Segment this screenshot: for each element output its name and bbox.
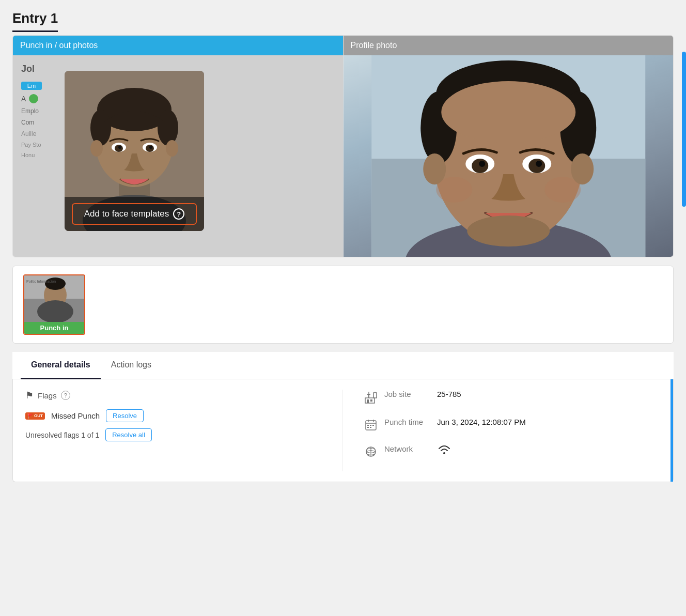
missed-punch-row: 🚩 OUT Missed Punch Resolve [25,409,322,422]
svg-point-28 [479,161,485,167]
resolve-all-button[interactable]: Resolve all [105,428,152,441]
add-face-templates-button[interactable]: Add to face templates ? [72,203,197,225]
unresolved-text: Unresolved flags 1 of 1 [25,431,99,439]
punch-header: Punch in / out photos [13,36,343,55]
details-section: ⚑ Flags ? 🚩 OUT Missed Punch Resolve Unr… [12,379,674,482]
svg-point-60 [443,452,445,454]
svg-point-39 [37,300,73,322]
page-container: Entry 1 Punch in / out photos Jol Em A E… [0,0,686,492]
punch-thumbnail: Politic Informacion Punch in [23,274,85,335]
unresolved-row: Unresolved flags 1 of 1 Resolve all [25,428,322,441]
profile-photo-section: Profile photo [343,36,674,257]
flag-red-icon: 🚩 [27,413,33,419]
network-label: Network [384,444,431,453]
svg-point-34 [467,215,550,247]
detail-right: Job site 25-785 [343,390,661,471]
add-face-help-icon: ? [173,208,184,220]
wifi-icon [437,444,451,456]
punch-time-label: Punch time [384,418,431,426]
punch-time-row: Punch time Jun 3, 2024, 12:08:07 PM [364,418,661,434]
svg-rect-43 [370,399,372,402]
svg-rect-57 [370,427,371,428]
thumb-img-container: Politic Informacion Punch in [23,274,85,335]
page-title: Entry 1 [12,10,58,32]
scroll-indicator [682,52,686,207]
add-face-btn-overlay: Add to face templates ? [65,197,204,231]
profile-header: Profile photo [344,36,674,55]
punch-time-value: Jun 3, 2024, 12:08:07 PM [437,418,526,426]
jobsite-icon [364,390,378,407]
face-photo-inner: Add to face templates ? [65,71,204,231]
profile-photo-bg [344,55,674,257]
profile-face-svg [344,55,674,257]
svg-rect-55 [372,425,374,426]
missed-punch-badge: 🚩 OUT [25,412,45,420]
flags-label: Flags [38,391,57,400]
add-face-label: Add to face templates [84,209,169,219]
svg-rect-53 [367,425,369,426]
svg-rect-54 [370,425,371,426]
svg-point-29 [536,161,542,167]
svg-point-13 [90,140,103,157]
job-site-value: 25-785 [437,390,461,398]
face-photo-overlay: Add to face templates ? [65,71,204,231]
svg-rect-47 [373,393,377,398]
detail-left: ⚑ Flags ? 🚩 OUT Missed Punch Resolve Unr… [25,390,343,471]
job-site-row: Job site 25-785 [364,390,661,407]
calendar-icon [364,418,378,434]
tabs-container: General details Action logs [12,352,674,379]
thumb-img-bg: Politic Informacion [24,275,85,322]
svg-rect-42 [367,399,369,403]
thumb-label: Punch in [24,322,84,334]
flag-icon: ⚑ [25,390,34,401]
tab-action-logs[interactable]: Action logs [101,352,162,379]
svg-rect-41 [365,398,375,403]
punch-photo-section: Punch in / out photos Jol Em A Emplo Com… [13,36,343,257]
missed-punch-text: Missed Punch [51,411,100,420]
svg-point-23 [441,81,575,143]
svg-rect-44 [368,395,369,398]
photos-card: Punch in / out photos Jol Em A Emplo Com… [12,35,674,257]
svg-text:Politic Informacion: Politic Informacion [26,280,56,283]
svg-point-14 [166,140,178,157]
flags-help-icon[interactable]: ? [61,391,70,400]
tab-general-details[interactable]: General details [21,352,101,379]
svg-rect-56 [367,427,369,428]
details-grid: ⚑ Flags ? 🚩 OUT Missed Punch Resolve Unr… [25,390,661,471]
punch-photo-bg: Jol Em A Emplo Com Auille Pay Sto Honu [13,55,343,257]
svg-point-11 [118,146,121,149]
flags-row: ⚑ Flags ? [25,390,322,401]
svg-point-5 [90,110,111,146]
network-row: Network [364,444,661,461]
svg-point-12 [149,146,152,149]
svg-point-33 [571,153,594,184]
network-icon [364,444,378,461]
thumbnail-card: Politic Informacion Punch in [12,266,674,344]
resolve-button[interactable]: Resolve [106,409,144,422]
job-site-label: Job site [384,390,431,398]
svg-point-32 [423,153,446,184]
svg-point-6 [158,110,178,146]
